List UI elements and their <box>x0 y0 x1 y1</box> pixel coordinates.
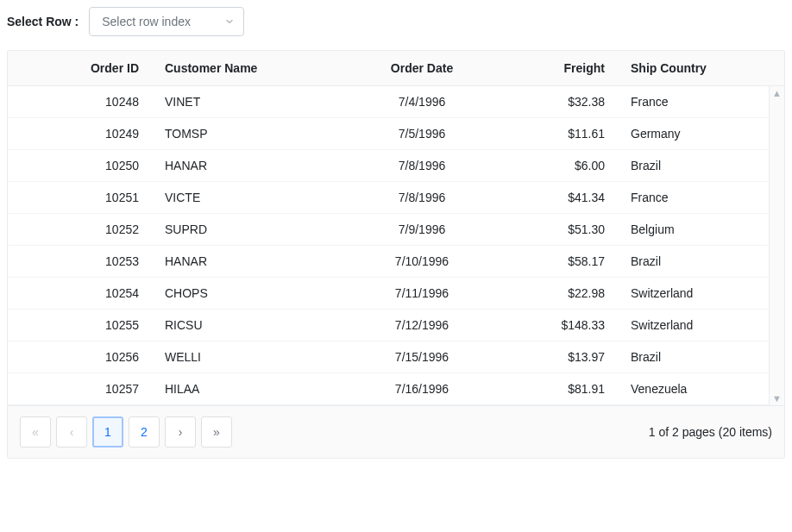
cell-country: Brazil <box>620 246 769 278</box>
cell-date: 7/11/1996 <box>336 278 508 310</box>
cell-freight: $11.61 <box>508 118 620 150</box>
cell-customer: HANAR <box>154 150 336 182</box>
cell-country: Switzerland <box>620 278 769 310</box>
cell-order: 10250 <box>8 150 154 182</box>
cell-freight: $32.38 <box>508 86 620 118</box>
cell-customer: TOMSP <box>154 118 336 150</box>
cell-country: Brazil <box>620 341 769 373</box>
cell-country: France <box>620 182 769 214</box>
cell-freight: $13.97 <box>508 341 620 373</box>
table-row[interactable]: 10256WELLI7/15/1996$13.97Brazil <box>8 341 769 373</box>
scroll-up-icon[interactable]: ▲ <box>770 86 784 100</box>
cell-customer: RICSU <box>154 310 336 341</box>
header-row: Order ID Customer Name Order Date Freigh… <box>8 51 784 86</box>
table-row[interactable]: 10250HANAR7/8/1996$6.00Brazil <box>8 150 769 182</box>
cell-order: 10254 <box>8 278 154 310</box>
chevron-down-icon <box>224 16 235 27</box>
cell-freight: $81.91 <box>508 373 620 405</box>
row-index-dropdown[interactable]: Select row index <box>89 7 244 36</box>
table-row[interactable]: 10252SUPRD7/9/1996$51.30Belgium <box>8 214 769 246</box>
cell-country: France <box>620 86 769 118</box>
pager-page-1[interactable]: 1 <box>92 416 123 448</box>
table-row[interactable]: 10253HANAR7/10/1996$58.17Brazil <box>8 246 769 278</box>
table-row[interactable]: 10257HILAA7/16/1996$81.91Venezuela <box>8 373 769 405</box>
col-header-date[interactable]: Order Date <box>336 51 508 86</box>
table-row[interactable]: 10251VICTE7/8/1996$41.34France <box>8 182 769 214</box>
cell-country: Germany <box>620 118 769 150</box>
cell-customer: HILAA <box>154 373 336 405</box>
cell-freight: $22.98 <box>508 278 620 310</box>
cell-order: 10255 <box>8 310 154 341</box>
table-row[interactable]: 10255RICSU7/12/1996$148.33Switzerland <box>8 310 769 341</box>
cell-customer: VICTE <box>154 182 336 214</box>
col-header-scroll <box>769 51 784 86</box>
cell-order: 10257 <box>8 373 154 405</box>
table-row[interactable]: 10249TOMSP7/5/1996$11.61Germany <box>8 118 769 150</box>
cell-country: Switzerland <box>620 310 769 341</box>
cell-date: 7/10/1996 <box>336 246 508 278</box>
cell-freight: $6.00 <box>508 150 620 182</box>
data-grid: Order ID Customer Name Order Date Freigh… <box>7 50 785 459</box>
cell-order: 10248 <box>8 86 154 118</box>
select-row-label: Select Row : <box>7 15 79 28</box>
cell-order: 10252 <box>8 214 154 246</box>
cell-date: 7/5/1996 <box>336 118 508 150</box>
cell-country: Belgium <box>620 214 769 246</box>
cell-country: Venezuela <box>620 373 769 405</box>
cell-date: 7/15/1996 <box>336 341 508 373</box>
col-header-order[interactable]: Order ID <box>8 51 154 86</box>
pager-page-2[interactable]: 2 <box>129 416 160 448</box>
cell-order: 10249 <box>8 118 154 150</box>
dropdown-placeholder: Select row index <box>102 15 191 28</box>
cell-customer: CHOPS <box>154 278 336 310</box>
pager-prev-button[interactable]: ‹ <box>56 416 87 448</box>
pager: « ‹ 1 2 › » 1 of 2 pages (20 items) <box>8 405 784 458</box>
cell-freight: $58.17 <box>508 246 620 278</box>
cell-freight: $51.30 <box>508 214 620 246</box>
pager-first-button[interactable]: « <box>20 416 51 448</box>
cell-customer: WELLI <box>154 341 336 373</box>
vertical-scrollbar[interactable]: ▲ ▼ <box>769 86 784 405</box>
cell-date: 7/16/1996 <box>336 373 508 405</box>
scroll-down-icon[interactable]: ▼ <box>770 391 784 405</box>
cell-country: Brazil <box>620 150 769 182</box>
cell-date: 7/8/1996 <box>336 150 508 182</box>
table-row[interactable]: 10254CHOPS7/11/1996$22.98Switzerland <box>8 278 769 310</box>
cell-order: 10251 <box>8 182 154 214</box>
pager-last-button[interactable]: » <box>201 416 232 448</box>
cell-date: 7/12/1996 <box>336 310 508 341</box>
pager-info: 1 of 2 pages (20 items) <box>649 425 772 439</box>
table-row[interactable]: 10248VINET7/4/1996$32.38France <box>8 86 769 118</box>
cell-order: 10253 <box>8 246 154 278</box>
cell-customer: SUPRD <box>154 214 336 246</box>
cell-date: 7/4/1996 <box>336 86 508 118</box>
cell-date: 7/9/1996 <box>336 214 508 246</box>
cell-customer: VINET <box>154 86 336 118</box>
cell-order: 10256 <box>8 341 154 373</box>
cell-freight: $41.34 <box>508 182 620 214</box>
cell-customer: HANAR <box>154 246 336 278</box>
cell-freight: $148.33 <box>508 310 620 341</box>
cell-date: 7/8/1996 <box>336 182 508 214</box>
pager-next-button[interactable]: › <box>165 416 196 448</box>
col-header-customer[interactable]: Customer Name <box>154 51 336 86</box>
col-header-country[interactable]: Ship Country <box>620 51 769 86</box>
col-header-freight[interactable]: Freight <box>508 51 620 86</box>
